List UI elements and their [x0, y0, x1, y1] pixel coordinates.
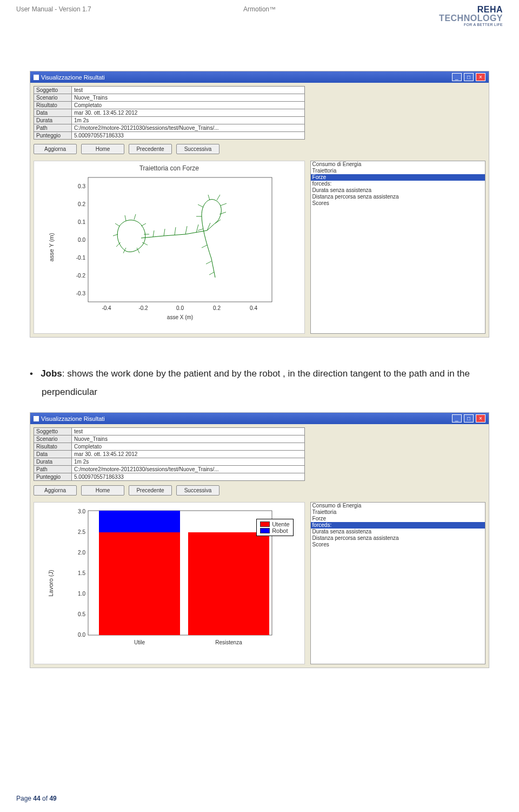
chart-legend: Utente Robot — [256, 519, 293, 536]
close-button[interactable]: × — [476, 414, 485, 422]
svg-line-33 — [208, 195, 210, 200]
table-row: Datamar 30. ott. 13:45.12 2012 — [34, 451, 305, 458]
info-label: Durata — [34, 458, 72, 466]
svg-text:0.0: 0.0 — [176, 305, 184, 311]
info-label: Scenario — [34, 435, 72, 443]
info-value: 1m 2s — [72, 117, 305, 124]
x-cat-1: Resistenza — [215, 639, 242, 645]
info-label: Punteggio — [34, 132, 72, 140]
svg-text:0.1: 0.1 — [78, 219, 85, 225]
svg-text:-0.2: -0.2 — [76, 273, 86, 279]
svg-line-27 — [196, 225, 198, 233]
table-row: Datamar 30. ott. 13:45.12 2012 — [34, 109, 305, 117]
list-item-selected[interactable]: forceds: — [311, 522, 485, 529]
svg-line-31 — [221, 203, 227, 206]
plot-title: Traiettoria con Forze — [34, 161, 304, 172]
page-content: Visualizzazione Risultati _ □ × Soggetto… — [0, 28, 519, 668]
header-logo: REHA TECHNOLOGY FOR A BETTER LIFE — [341, 5, 503, 28]
results-window-screenshot-1: Visualizzazione Risultati _ □ × Soggetto… — [30, 71, 489, 338]
list-item[interactable]: Forze — [311, 516, 485, 522]
list-item[interactable]: Scores — [311, 542, 485, 548]
list-item[interactable]: Durata senza assistenza — [311, 187, 485, 194]
previous-button[interactable]: Precedente — [129, 144, 172, 154]
info-label: Soggetto — [34, 87, 72, 94]
list-item-selected[interactable]: Forze — [311, 174, 485, 181]
info-value: 5.000970557186333 — [72, 132, 305, 140]
session-info-table: Soggettotest ScenarioNuove_Trains Risult… — [34, 427, 305, 481]
next-button[interactable]: Successiva — [176, 485, 219, 496]
footer-prefix: Page — [16, 795, 33, 802]
footer-page-current: 44 — [33, 795, 40, 802]
svg-line-19 — [141, 223, 146, 226]
svg-text:0.3: 0.3 — [78, 183, 85, 189]
home-button[interactable]: Home — [81, 144, 124, 154]
home-button[interactable]: Home — [81, 485, 124, 496]
button-row: Aggiorna Home Precedente Successiva — [34, 485, 485, 496]
svg-text:0.5: 0.5 — [78, 611, 85, 617]
svg-line-26 — [185, 226, 187, 234]
svg-line-17 — [125, 215, 126, 221]
table-row: RisultatoCompletato — [34, 102, 305, 109]
info-value: 5.000970557186333 — [72, 473, 305, 481]
svg-text:3.0: 3.0 — [78, 509, 85, 514]
footer-page-total: 49 — [49, 795, 56, 802]
svg-line-13 — [123, 248, 126, 253]
table-row: Punteggio5.000970557186333 — [34, 132, 305, 140]
info-label: Punteggio — [34, 473, 72, 481]
logo-tech-text: TECHNOLOGY — [439, 14, 503, 23]
bullet-icon: • — [30, 368, 33, 379]
list-item[interactable]: Durata senza assistenza — [311, 529, 485, 535]
table-row: ScenarioNuove_Trains — [34, 94, 305, 102]
info-value: 1m 2s — [72, 458, 305, 466]
table-row: PathC:/motore2/motore-20121030/sessions/… — [34, 466, 305, 473]
svg-line-29 — [215, 220, 221, 223]
svg-text:2.0: 2.0 — [78, 550, 85, 556]
footer-mid: of — [41, 795, 50, 802]
svg-rect-49 — [99, 511, 180, 532]
info-value: test — [72, 87, 305, 94]
previous-button[interactable]: Precedente — [129, 485, 172, 496]
svg-line-23 — [153, 230, 154, 237]
table-row: Soggettotest — [34, 428, 305, 435]
window-titlebar: Visualizzazione Risultati _ □ × — [30, 413, 489, 424]
svg-line-37 — [202, 245, 207, 248]
table-row: Punteggio5.000970557186333 — [34, 473, 305, 481]
trajectory-chart-svg: 0.30.20.1 0.0-0.1-0.2-0.3 -0.4-0.20.0 0.… — [56, 172, 283, 324]
next-button[interactable]: Successiva — [176, 144, 219, 154]
maximize-button[interactable]: □ — [464, 414, 474, 422]
svg-line-32 — [217, 195, 220, 200]
info-value: mar 30. ott. 13:45.12 2012 — [72, 109, 305, 117]
session-info-table: Soggettotest ScenarioNuove_Trains Risult… — [34, 86, 305, 140]
table-row: Soggettotest — [34, 87, 305, 94]
info-label: Path — [34, 124, 72, 132]
metric-list[interactable]: Consumo di Energia Traiettoria Forze for… — [310, 161, 485, 334]
info-value: Nuove_Trains — [72, 94, 305, 102]
refresh-button[interactable]: Aggiorna — [34, 144, 77, 154]
info-value: Completato — [72, 443, 305, 451]
maximize-button[interactable]: □ — [464, 73, 474, 81]
list-item[interactable]: Consumo di Energia — [311, 503, 485, 509]
svg-text:-0.3: -0.3 — [76, 291, 86, 296]
results-window-screenshot-2: Visualizzazione Risultati _ □ × Soggetto… — [30, 412, 489, 668]
list-item[interactable]: Scores — [311, 200, 485, 207]
metric-list[interactable]: Consumo di Energia Traiettoria Forze for… — [310, 502, 485, 664]
list-item[interactable]: Distanza percorsa senza assistenza — [311, 535, 485, 542]
minimize-button[interactable]: _ — [452, 73, 462, 81]
info-label: Data — [34, 451, 72, 458]
list-item[interactable]: Traiettoria — [311, 509, 485, 516]
table-row: ScenarioNuove_Trains — [34, 435, 305, 443]
list-item[interactable]: Traiettoria — [311, 168, 485, 174]
list-item[interactable]: forceds: — [311, 181, 485, 187]
info-label: Risultato — [34, 102, 72, 109]
list-item[interactable]: Consumo di Energia — [311, 161, 485, 168]
info-label: Data — [34, 109, 72, 117]
info-value: Completato — [72, 102, 305, 109]
svg-line-25 — [175, 227, 176, 235]
minimize-button[interactable]: _ — [452, 414, 462, 422]
legend-label-robot: Robot — [272, 527, 288, 534]
close-button[interactable]: × — [476, 73, 485, 81]
logo-tagline: FOR A BETTER LIFE — [439, 23, 503, 27]
svg-text:1.0: 1.0 — [78, 591, 85, 597]
list-item[interactable]: Distanza percorsa senza assistenza — [311, 194, 485, 200]
refresh-button[interactable]: Aggiorna — [34, 485, 77, 496]
